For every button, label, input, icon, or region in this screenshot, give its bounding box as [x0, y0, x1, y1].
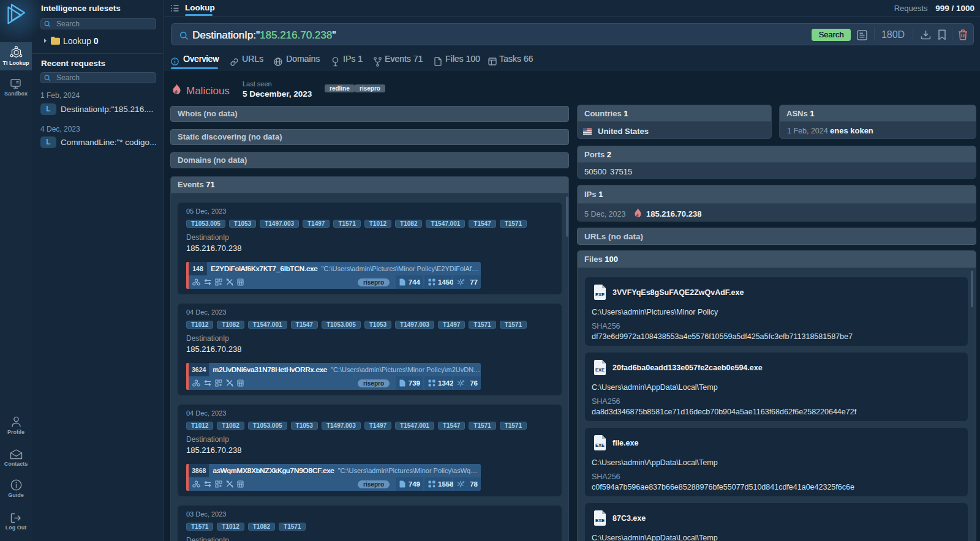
- svg-text:EXE: EXE: [595, 367, 605, 373]
- svg-text:EXE: EXE: [595, 292, 605, 297]
- svg-text:EXE: EXE: [595, 518, 605, 523]
- svg-text:EXE: EXE: [595, 442, 605, 448]
